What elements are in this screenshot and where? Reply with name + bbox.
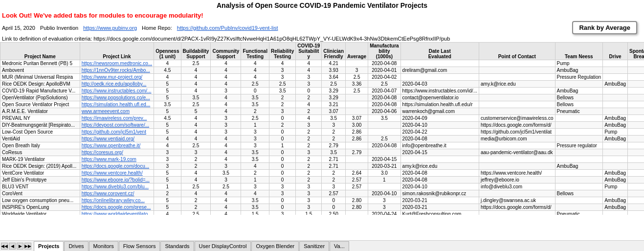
table-cell: 1 <box>269 142 295 149</box>
table-cell: 3.5 <box>211 170 241 177</box>
table-cell <box>479 142 555 149</box>
table-cell: Ambovent <box>0 67 80 74</box>
table-cell: 2020-04-09 <box>400 115 479 122</box>
table-cell: CoroVent <box>0 190 80 197</box>
rank-by-average-button[interactable]: Rank by Average <box>572 21 637 34</box>
table-cell[interactable]: https://github.com/jcl5m1/vent <box>80 129 154 136</box>
table-cell[interactable]: https://www.eboore.io/?bolid=... <box>80 177 154 183</box>
table-cell: simon.rakosnik@rubikonpr.cz <box>400 190 479 197</box>
table-cell: 4 <box>181 81 211 88</box>
table-cell: 2 <box>241 170 269 177</box>
table-cell: 2020-04-22 <box>400 129 479 136</box>
table-cell[interactable]: https://coresus.org/ <box>80 149 154 156</box>
table-cell: 2 <box>296 136 322 142</box>
table-cell[interactable]: https://docs.google.com/prese... <box>80 204 154 211</box>
table-cell[interactable]: https://imawireless.com/prev... <box>80 115 154 122</box>
table-cell: contact@openventilator.io <box>400 94 479 101</box>
table-cell: Pneumatic <box>555 211 603 215</box>
tab-va...[interactable]: Va... <box>330 241 349 251</box>
table-cell[interactable]: https://docs.google.com/docu... <box>80 163 154 170</box>
table-cell: 3.21 <box>322 101 346 108</box>
table-cell <box>479 211 555 215</box>
table-cell: 2020-04-02 <box>368 74 400 81</box>
table-cell <box>628 163 644 170</box>
criteria-link[interactable]: https://docs.google.com/document/d/2PACX… <box>93 36 450 42</box>
tab-projects[interactable]: Projects <box>34 241 64 251</box>
table-cell: 0 <box>269 197 295 204</box>
col-team-needs: Team Neess <box>555 43 603 60</box>
tab-oxygen-blender[interactable]: Oxygen Blender <box>251 241 299 251</box>
table-cell <box>479 67 555 74</box>
tab-standards[interactable]: Standards <box>160 241 194 251</box>
table-cell <box>346 101 368 108</box>
table-cell: 5 <box>154 108 181 115</box>
table-cell: 3 <box>181 149 211 156</box>
table-cell[interactable]: https://1nnOv9ter.rocks/Ambo... <box>80 67 154 74</box>
tab-navigation: ◀◀ ◀ ▶ ▶▶ <box>1 243 33 250</box>
table-cell[interactable]: https://www.mark-19.com <box>80 156 154 163</box>
table-cell[interactable]: https://www.ventcore.health/ <box>80 170 154 177</box>
table-cell[interactable]: www.armeeevent.com <box>80 108 154 115</box>
table-cell[interactable]: https://www.worldwideventilato... <box>80 211 154 215</box>
table-cell <box>628 81 644 88</box>
table-cell: https://docs.google.com/forms/d/ <box>479 122 555 129</box>
table-cell <box>628 204 644 211</box>
table-cell[interactable]: https://www.instructables.com/... <box>80 88 154 94</box>
table-cell: 1 <box>241 122 269 129</box>
projects-table: Project Name Project Link Openness(1 uni… <box>0 42 644 215</box>
table-cell[interactable]: https://www.corovent.cz/ <box>80 190 154 197</box>
table-cell[interactable]: https://www.openbreathe.it/ <box>80 142 154 149</box>
table-cell: 2020-04-10 <box>400 183 479 190</box>
tab-last-button[interactable]: ▶▶ <box>24 243 31 250</box>
table-cell[interactable]: https://www.diveblu3.com/blu... <box>80 183 154 190</box>
pubinv-link[interactable]: https://www.pubinv.org <box>83 25 137 31</box>
table-cell <box>346 163 368 170</box>
table-row: DIY-Beatmungsgerät [Respirato...https://… <box>0 122 644 129</box>
table-cell: 2 <box>181 197 211 204</box>
table-cell[interactable]: http://oedk.rice.edu/apolloby... <box>80 81 154 88</box>
table-cell: 2 <box>296 177 322 183</box>
table-cell[interactable]: https://www.popsolutions.co/e... <box>80 94 154 101</box>
tab-prev-button[interactable]: ◀ <box>9 243 16 250</box>
col-date: Date LastEvaluated <box>400 43 479 60</box>
table-cell: 4 <box>296 101 322 108</box>
table-cell: 2.5 <box>346 74 368 81</box>
table-cell: 2 <box>181 156 211 163</box>
tab-flow-sensors[interactable]: Flow Sensors <box>119 241 160 251</box>
table-cell: 3 <box>211 177 241 183</box>
table-cell: 4 <box>211 101 241 108</box>
tab-monitors[interactable]: Monitors <box>89 241 118 251</box>
table-cell: 4 <box>211 142 241 149</box>
table-cell <box>400 60 479 67</box>
table-cell <box>628 136 644 142</box>
tab-next-button[interactable]: ▶ <box>17 243 23 250</box>
table-cell: 2020-04-03 <box>400 81 479 88</box>
table-cell: Medronic Puritan Bennett (PB) 5 <box>0 60 80 67</box>
table-cell: 2 <box>296 108 322 115</box>
table-cell[interactable]: https://onlinelibrary.wiley.co... <box>80 197 154 204</box>
table-cell[interactable]: https://newsroom.medtronic.co... <box>80 60 154 67</box>
col-contact: Point of Contact <box>479 43 555 60</box>
tab-sanitizer[interactable]: Sanitizer <box>299 241 329 251</box>
table-cell <box>628 101 644 108</box>
tab-first-button[interactable]: ◀◀ <box>1 243 8 250</box>
table-cell[interactable]: https://devpost.com/software/... <box>80 122 154 129</box>
table-cell: 3 <box>269 183 295 190</box>
table-cell: Pressure regulator <box>555 142 603 149</box>
table-cell: 2 <box>322 170 346 177</box>
col-functional: FunctionalTesting <box>241 43 269 60</box>
table-cell: 1.5 <box>296 211 322 215</box>
table-cell <box>628 108 644 115</box>
table-row: Rice OEDK Design: ApolloBVMhttp://oedk.r… <box>0 81 644 88</box>
table-cell[interactable]: https://www.ventiaid.org/ <box>80 136 154 142</box>
table-cell[interactable]: https://simulation.health.ufl.ed... <box>80 101 154 108</box>
col-project-link: Project Link <box>80 43 154 60</box>
date-label: April 15, 2020 <box>2 25 35 31</box>
tab-user-displaycontrol[interactable]: User DisplayControl <box>195 241 251 251</box>
table-cell: 2 <box>322 177 346 183</box>
table-cell <box>479 74 555 81</box>
table-cell[interactable]: https://www.mur-project.org/ <box>80 74 154 81</box>
table-cell: 4 <box>181 136 211 142</box>
homerepo-link[interactable]: https://github.com/PubInv/covid19-vent-l… <box>177 25 278 31</box>
tab-drives[interactable]: Drives <box>64 241 88 251</box>
